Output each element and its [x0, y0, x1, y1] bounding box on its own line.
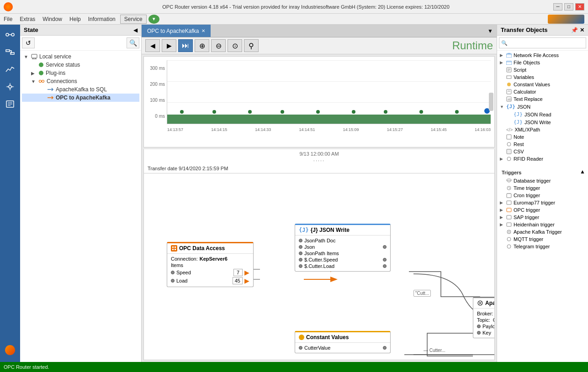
diagram-canvas[interactable]: OPC Data Access Connection: KepServer6 I…	[143, 173, 495, 360]
runtime-label: Runtime	[452, 39, 493, 52]
tree-local-service[interactable]: ▼ Local service	[22, 52, 139, 61]
mqtt-trigger-icon	[506, 236, 512, 242]
to-item-sap-trigger[interactable]: ▶ SAP trigger	[498, 214, 587, 221]
zoom-out-button[interactable]: ⊖	[211, 39, 226, 52]
menu-window[interactable]: Window	[39, 15, 66, 23]
menu-service[interactable]: Service	[120, 15, 147, 24]
to-item-file-objects[interactable]: ▶ File Objects	[498, 59, 587, 66]
state-search-button[interactable]: 🔍	[127, 37, 139, 48]
to-item-euromap-trigger[interactable]: ▶ Euromap77 trigger	[498, 199, 587, 206]
to-item-kafka-trigger[interactable]: Apache Kafka Trigger	[498, 228, 587, 236]
app-logo	[4, 2, 13, 11]
sidebar-icon-transfer[interactable]	[2, 44, 18, 60]
sidebar-icon-opc[interactable]	[2, 342, 18, 358]
tree-connections[interactable]: ▼ Connections	[22, 77, 139, 85]
sidebar-icon-logs[interactable]	[2, 96, 18, 112]
state-toolbar: ↺ 🔍	[20, 36, 141, 51]
time-trigger-label: Time trigger	[514, 185, 540, 191]
to-item-script[interactable]: Script	[498, 66, 587, 73]
to-item-mqtt-trigger[interactable]: MQTT trigger	[498, 236, 587, 243]
cutter-value-row: CutterValue	[299, 345, 387, 351]
svg-rect-3	[6, 50, 10, 52]
menu-extras[interactable]: Extras	[16, 15, 39, 23]
x-label-7: 14:16:03	[475, 127, 491, 132]
connections-label: Connections	[47, 78, 77, 84]
search-button[interactable]: ⚲	[244, 39, 259, 52]
kafka-node-body: Broker: Apache Kafka Topic: Cutter005 Pa…	[473, 309, 495, 338]
transfer-search-input[interactable]	[508, 39, 584, 47]
x-label-1: 14:14:15	[211, 127, 227, 132]
to-item-text-replace[interactable]: ab Text Replace	[498, 95, 587, 103]
tree-plugins[interactable]: ▶ Plug-ins	[22, 69, 139, 77]
zoom-in-button[interactable]: ⊕	[195, 39, 209, 52]
chart-timeline[interactable]	[167, 115, 491, 124]
rest-icon	[506, 141, 512, 147]
kafka-node[interactable]: Apache Kafka Broker: Apache Kafka Topic:…	[473, 297, 495, 338]
svg-text:ab: ab	[508, 98, 511, 101]
sap-trigger-label: SAP trigger	[514, 215, 539, 220]
to-item-time-trigger[interactable]: Time trigger	[498, 184, 587, 192]
triggers-section-header[interactable]: Triggers ▲	[498, 166, 587, 177]
to-item-csv[interactable]: CSV	[498, 148, 587, 155]
play-button[interactable]: ⏭	[178, 39, 193, 52]
forward-button[interactable]: ▶	[162, 39, 176, 52]
tree-opc-apachekafka[interactable]: OPC to ApacheKafka	[22, 94, 139, 102]
to-item-rest[interactable]: Rest	[498, 141, 587, 148]
sidebar-icon-connections[interactable]	[2, 26, 18, 43]
to-item-database-trigger[interactable]: Database trigger	[498, 177, 587, 184]
to-item-cron-trigger[interactable]: Cron trigger	[498, 192, 587, 199]
triggers-collapse-icon[interactable]: ▲	[580, 168, 585, 175]
transfer-close-icon[interactable]: ✕	[580, 27, 584, 33]
chart-scroll-handle[interactable]	[489, 93, 493, 111]
to-item-opc-trigger[interactable]: ▶ OPC trigger	[498, 206, 587, 214]
opc-node-title: OPC Data Access	[179, 245, 225, 251]
tab-opc-apachekafka[interactable]: OPC to ApacheKafka ✕	[142, 25, 211, 37]
opc-node[interactable]: OPC Data Access Connection: KepServer6 I…	[167, 242, 254, 287]
to-item-variables[interactable]: Variables	[498, 73, 587, 81]
connection-arrow-active-icon	[48, 95, 54, 100]
transfer-pin-icon[interactable]: 📌	[571, 27, 578, 33]
sidebar-icon-monitor[interactable]	[2, 61, 18, 78]
to-item-calculator[interactable]: Calculator	[498, 88, 587, 95]
to-item-constant-values[interactable]: Constant Values	[498, 81, 587, 88]
to-item-heidenhain-trigger[interactable]: ▶ Heidenhain trigger	[498, 221, 587, 228]
opc-load-port	[171, 279, 175, 283]
tab-collapse-button[interactable]: ▼	[484, 26, 497, 36]
to-item-rfid[interactable]: ▶ RFID Reader	[498, 155, 587, 162]
tree-apachekafka-sql[interactable]: ApacheKafka to SQL	[22, 85, 139, 94]
calculator-label: Calculator	[514, 89, 536, 94]
menu-file[interactable]: File	[0, 15, 16, 23]
content-area: OPC to ApacheKafka ✕ ▼ ◀ ▶ ⏭ ⊕ ⊖ ⊙ ⚲ Run…	[142, 25, 497, 362]
svg-point-70	[507, 237, 511, 241]
state-collapse-icon[interactable]: ◀	[133, 27, 138, 33]
to-item-note[interactable]: Note	[498, 133, 587, 141]
mqtt-trigger-label: MQTT trigger	[514, 236, 543, 242]
to-item-json-read[interactable]: {J} JSON Read	[498, 110, 587, 118]
minimize-button[interactable]: ─	[553, 3, 562, 10]
to-item-telegram-trigger[interactable]: Telegram trigger	[498, 243, 587, 250]
kafka-payload-label: Payload	[482, 324, 495, 329]
json-node[interactable]: {J} {J} JSON Write JsonPath Doc Json	[295, 224, 391, 272]
load-path-label: $.Cutter.Load	[304, 263, 334, 269]
tab-close-icon[interactable]: ✕	[201, 28, 205, 33]
sidebar-icon-settings[interactable]	[2, 79, 18, 95]
const-node[interactable]: Constant Values CutterValue	[295, 331, 391, 353]
close-button[interactable]: ✕	[575, 3, 584, 10]
to-item-xml[interactable]: </> XML/XPath	[498, 126, 587, 133]
refresh-button[interactable]: ↺	[22, 37, 35, 48]
json-port	[299, 245, 302, 249]
kafka-key-port	[477, 331, 481, 335]
to-item-json-folder[interactable]: ▼ {J} JSON	[498, 103, 587, 110]
back-button[interactable]: ◀	[145, 39, 160, 52]
tree-service-status[interactable]: Service status	[22, 61, 139, 69]
svg-point-1	[11, 33, 14, 36]
menu-help[interactable]: Help	[66, 15, 85, 23]
csv-icon	[506, 149, 512, 154]
zoom-fit-button[interactable]: ⊙	[228, 39, 242, 52]
chart-plot: 14:13:57 14:14:15 14:14:33 14:14:51 14:1…	[167, 60, 491, 124]
menu-information[interactable]: Information	[85, 15, 119, 23]
database-trigger-label: Database trigger	[514, 178, 551, 183]
maximize-button[interactable]: □	[564, 3, 573, 10]
to-item-json-write[interactable]: {J} JSON Write	[498, 118, 587, 126]
to-item-network-file[interactable]: ▶ Network File Access	[498, 52, 587, 59]
